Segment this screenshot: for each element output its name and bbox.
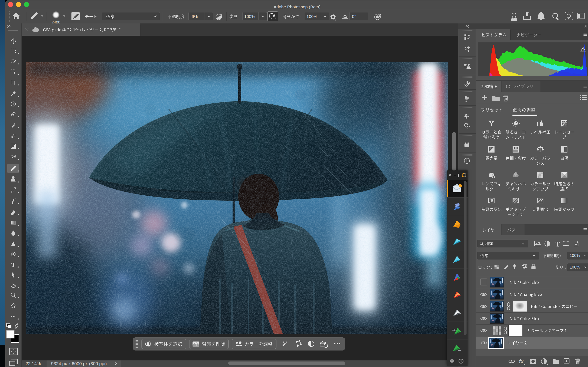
svg-text:fx: fx [519, 358, 524, 365]
